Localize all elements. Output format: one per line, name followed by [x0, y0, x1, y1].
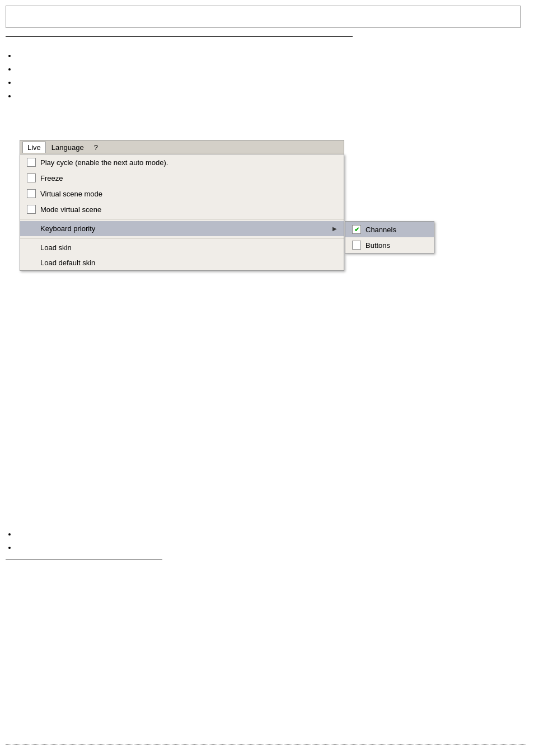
- menu-item-freeze[interactable]: Freeze: [20, 170, 344, 186]
- page-footer-divider: [6, 744, 526, 745]
- menu-item-virtual-scene-mode-label: Virtual scene mode: [40, 190, 102, 198]
- checkbox-channels: [352, 225, 361, 234]
- menu-item-mode-virtual-scene-label: Mode virtual scene: [40, 205, 101, 214]
- submenu-item-channels-label: Channels: [366, 226, 396, 234]
- menu-bar: Live Language ?: [20, 140, 344, 154]
- submenu-item-channels[interactable]: Channels: [345, 222, 434, 237]
- menu-item-load-skin[interactable]: Load skin: [20, 240, 344, 255]
- top-input-box[interactable]: [6, 6, 521, 28]
- dropdown-menu: Play cycle (enable the next auto mode). …: [20, 154, 344, 271]
- separator-2: [20, 238, 344, 238]
- checkbox-virtual-scene-mode: [27, 189, 36, 198]
- menu-item-freeze-label: Freeze: [40, 174, 63, 182]
- menu-item-play-cycle-label: Play cycle (enable the next auto mode).: [40, 158, 168, 167]
- checkbox-play-cycle: [27, 158, 36, 167]
- menu-item-keyboard-priority-label: Keyboard priority: [40, 224, 95, 233]
- menu-item-play-cycle[interactable]: Play cycle (enable the next auto mode).: [20, 154, 344, 170]
- menu-bar-item-live[interactable]: Live: [22, 142, 46, 153]
- menu-item-virtual-scene-mode[interactable]: Virtual scene mode: [20, 186, 344, 201]
- submenu-keyboard-priority: Channels Buttons: [345, 221, 434, 253]
- separator-1: [20, 219, 344, 219]
- menu-bar-item-help[interactable]: ?: [90, 142, 102, 153]
- menu-item-load-default-skin[interactable]: Load default skin: [20, 255, 344, 270]
- menu-item-mode-virtual-scene[interactable]: Mode virtual scene: [20, 201, 344, 217]
- top-divider: [6, 36, 353, 37]
- menu-bar-item-language[interactable]: Language: [47, 142, 88, 153]
- bottom-divider: [6, 560, 162, 560]
- submenu-item-buttons-label: Buttons: [366, 241, 390, 250]
- menu-area: Live Language ? Play cycle (enable the n…: [20, 140, 344, 271]
- menu-item-keyboard-priority[interactable]: Keyboard priority ▶ Channels Buttons: [20, 221, 344, 236]
- menu-item-load-skin-label: Load skin: [40, 243, 72, 252]
- checkbox-buttons: [352, 241, 361, 250]
- submenu-item-buttons[interactable]: Buttons: [345, 237, 434, 253]
- menu-item-load-default-skin-label: Load default skin: [40, 259, 95, 267]
- checkbox-freeze: [27, 173, 36, 182]
- submenu-arrow-icon: ▶: [332, 226, 337, 232]
- checkbox-mode-virtual-scene: [27, 205, 36, 214]
